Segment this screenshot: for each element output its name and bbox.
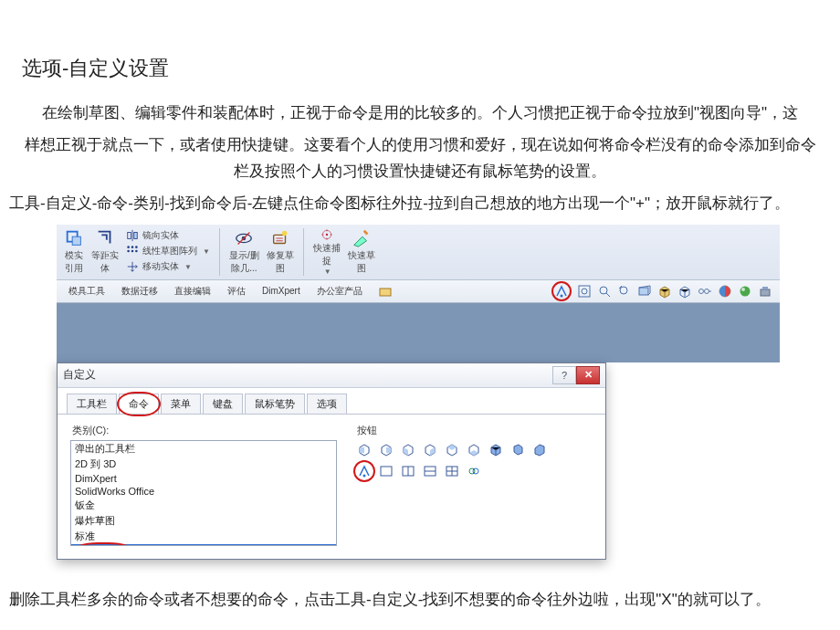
close-button[interactable]: ✕ xyxy=(576,366,600,384)
paragraph-4: 删除工具栏多余的命令或者不想要的命令，点击工具-自定义-找到不想要的命令往外边啦… xyxy=(9,587,831,614)
list-item[interactable]: 爆炸草图 xyxy=(71,513,336,529)
list-item[interactable]: SolidWorks Office xyxy=(71,485,336,498)
prev-view-icon[interactable] xyxy=(617,284,632,299)
hide-show-icon[interactable] xyxy=(698,284,712,299)
section-icon[interactable] xyxy=(637,284,652,299)
tab-office[interactable]: 办公室产品 xyxy=(309,280,371,302)
folder-icon xyxy=(379,286,392,297)
view-front-icon[interactable] xyxy=(355,440,373,458)
view-toolbar xyxy=(551,281,780,301)
svg-point-14 xyxy=(282,230,288,236)
ribbon-btn-ref[interactable]: 模实引用 xyxy=(60,228,88,276)
zoom-area-icon[interactable] xyxy=(597,284,612,299)
entity-icon xyxy=(64,228,84,248)
normal-to-icon-btn[interactable] xyxy=(355,462,373,480)
paragraph-2: 样想正视于就点一下，或者使用快捷键。这要看个人的使用习惯和爱好，现在说如何将命令… xyxy=(23,132,817,185)
view-bottom-icon[interactable] xyxy=(465,440,483,458)
category-label: 类别(C): xyxy=(72,424,337,437)
list-item[interactable]: 2D 到 3D xyxy=(71,457,336,472)
svg-rect-13 xyxy=(273,235,285,243)
ribbon-btn-offset[interactable]: 等距实体 xyxy=(88,228,122,276)
svg-point-21 xyxy=(600,287,607,294)
quicksketch-icon xyxy=(352,228,372,248)
appearance-icon[interactable] xyxy=(718,284,732,299)
tab-data[interactable]: 数据迁移 xyxy=(113,280,166,302)
pattern-icon xyxy=(126,245,139,257)
tab-toolbar[interactable]: 工具栏 xyxy=(67,394,117,414)
ribbon-btn-mirror[interactable]: 镜向实体 xyxy=(126,228,210,244)
view-dimetric-icon[interactable] xyxy=(530,440,549,458)
workspace-bg xyxy=(57,303,780,362)
link-views-icon[interactable] xyxy=(465,462,483,480)
list-item[interactable]: DimXpert xyxy=(71,472,336,485)
ribbon-btn-snap[interactable]: 快速捕捉▼ xyxy=(310,228,344,276)
dropdown-arrow-icon: ▼ xyxy=(184,263,192,271)
tab-mold[interactable]: 模具工具 xyxy=(60,280,113,302)
dropdown-arrow-icon: ▼ xyxy=(203,247,210,256)
view-trimetric-icon[interactable] xyxy=(509,440,527,458)
ribbon-btn-show[interactable]: 显示/删除几... xyxy=(226,228,263,276)
list-item-selected[interactable]: 标准视图 xyxy=(71,544,336,546)
dialog-tabs: 工具栏 命令 菜单 键盘 鼠标笔势 选项 xyxy=(58,388,605,415)
svg-point-24 xyxy=(699,289,704,293)
tab-mouse[interactable]: 鼠标笔势 xyxy=(245,394,305,414)
ribbon-btn-move[interactable]: 移动实体▼ xyxy=(126,259,210,275)
display-style-icon[interactable] xyxy=(677,284,692,299)
svg-point-6 xyxy=(135,246,138,248)
tab-direct[interactable]: 直接编辑 xyxy=(166,280,219,302)
tab-keyboard[interactable]: 键盘 xyxy=(203,394,243,414)
view-iso-icon[interactable] xyxy=(487,440,505,458)
normal-to-button[interactable] xyxy=(551,281,572,301)
svg-rect-1 xyxy=(72,236,80,245)
tab-dimxpert[interactable]: DimXpert xyxy=(254,281,309,300)
two-view-v-icon[interactable] xyxy=(421,462,439,480)
single-view-icon[interactable] xyxy=(377,462,395,480)
buttons-grid xyxy=(355,440,556,480)
customize-dialog: 自定义 ? ✕ 工具栏 命令 菜单 键盘 鼠标笔势 选项 类别(C): 弹出的工… xyxy=(57,362,606,560)
paragraph-3: 工具-自定义-命令-类别-找到命令后-左键点住命令图标往外拉-拉到自己想放的地方… xyxy=(9,191,831,217)
ribbon-btn-pattern[interactable]: 线性草图阵列▼ xyxy=(126,244,210,259)
svg-point-27 xyxy=(740,286,751,296)
ribbon-btn-quicksketch[interactable]: 快速草图 xyxy=(344,228,379,276)
list-item[interactable]: 标准 xyxy=(71,529,336,544)
svg-point-22 xyxy=(620,287,627,294)
dialog-titlebar[interactable]: 自定义 ? ✕ xyxy=(58,363,605,388)
normal-to-icon xyxy=(554,284,569,299)
four-view-icon[interactable] xyxy=(443,462,461,480)
view-right-icon[interactable] xyxy=(421,440,439,458)
tab-commands[interactable]: 命令 xyxy=(119,394,159,414)
offset-icon xyxy=(95,228,115,248)
page-title: 选项-自定义设置 xyxy=(22,55,831,82)
svg-rect-19 xyxy=(579,286,590,297)
svg-rect-31 xyxy=(360,447,364,453)
svg-point-4 xyxy=(127,246,130,248)
zoom-fit-icon[interactable] xyxy=(577,284,592,299)
svg-point-7 xyxy=(127,250,130,253)
tab-extra[interactable] xyxy=(371,281,400,301)
buttons-label: 按钮 xyxy=(357,424,556,437)
view-left-icon[interactable] xyxy=(399,440,417,458)
category-list[interactable]: 弹出的工具栏 2D 到 3D DimXpert SolidWorks Offic… xyxy=(70,440,337,546)
list-item[interactable]: 弹出的工具栏 xyxy=(71,441,336,457)
settings-icon[interactable] xyxy=(758,284,772,299)
doc-tabbar: 模具工具 数据迁移 直接编辑 评估 DimXpert 办公室产品 xyxy=(57,280,780,303)
view-top-icon[interactable] xyxy=(443,440,461,458)
snap-icon xyxy=(317,228,337,241)
repair-icon xyxy=(270,228,290,248)
two-view-h-icon[interactable] xyxy=(399,462,417,480)
view-orient-icon[interactable] xyxy=(657,284,672,299)
view-back-icon[interactable] xyxy=(377,440,395,458)
svg-point-5 xyxy=(131,246,134,248)
tab-options[interactable]: 选项 xyxy=(307,394,347,414)
svg-rect-30 xyxy=(762,287,768,289)
list-item[interactable]: 钣金 xyxy=(71,498,336,513)
help-button[interactable]: ? xyxy=(552,366,576,384)
tab-eval[interactable]: 评估 xyxy=(219,280,254,302)
svg-rect-29 xyxy=(761,289,770,296)
svg-rect-2 xyxy=(128,233,131,239)
tab-menu[interactable]: 菜单 xyxy=(161,394,201,414)
dialog-title: 自定义 xyxy=(63,367,552,383)
scene-icon[interactable] xyxy=(738,284,752,299)
move-icon xyxy=(126,260,139,273)
ribbon-btn-repair[interactable]: 修复草图 xyxy=(263,228,304,276)
